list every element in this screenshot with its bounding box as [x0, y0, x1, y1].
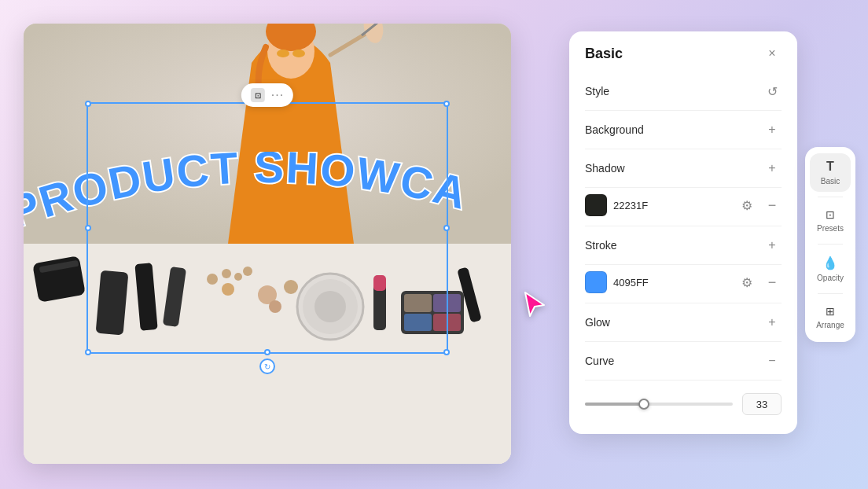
style-reset-button[interactable]: ↺ — [763, 82, 782, 101]
shadow-row: Shadow + — [585, 149, 782, 188]
sidebar-tool-basic[interactable]: T Basic — [810, 153, 851, 192]
canvas-bottom-cosmetics — [24, 244, 511, 464]
svg-rect-13 — [96, 270, 129, 336]
stroke-color-row: 4095FF ⚙ − — [585, 265, 782, 303]
canvas-background: PRODUCT SHOWCA — [24, 24, 511, 464]
svg-point-20 — [222, 283, 234, 296]
panel-header: Basic × — [569, 31, 797, 72]
svg-rect-10 — [24, 244, 511, 464]
stroke-color-swatch[interactable] — [585, 271, 607, 293]
stroke-row: Stroke + — [585, 226, 782, 265]
style-label: Style — [585, 85, 609, 97]
sidebar-divider-2 — [818, 244, 843, 244]
basic-tool-icon: T — [826, 160, 834, 174]
svg-marker-35 — [525, 292, 544, 316]
cursor-arrow — [519, 289, 550, 324]
glow-row: Glow + — [585, 303, 782, 342]
shadow-color-value: 22231F — [613, 200, 731, 211]
sidebar-tool-presets[interactable]: ⊡ Presets — [810, 202, 851, 239]
svg-point-19 — [243, 267, 252, 276]
shadow-settings-icon[interactable]: ⚙ — [737, 196, 756, 215]
shadow-actions: + — [763, 159, 782, 178]
svg-point-18 — [234, 273, 242, 281]
close-button[interactable]: × — [763, 44, 782, 63]
sidebar-tool-arrange[interactable]: ⊞ Arrange — [810, 299, 851, 336]
panel-body: Style ↺ Background + Shadow + 22231F ⚙ − — [569, 72, 797, 434]
basic-tool-label: Basic — [821, 177, 840, 186]
svg-rect-33 — [433, 314, 461, 331]
presets-tool-label: Presets — [817, 224, 844, 233]
more-options-icon[interactable]: ··· — [271, 88, 284, 102]
svg-point-8 — [292, 50, 305, 57]
curve-label: Curve — [585, 355, 614, 367]
stroke-add-button[interactable]: + — [763, 236, 782, 255]
svg-point-16 — [207, 274, 218, 285]
style-row: Style ↺ — [585, 72, 782, 111]
svg-rect-30 — [404, 294, 432, 312]
glow-add-button[interactable]: + — [763, 313, 782, 332]
shadow-remove-button[interactable]: − — [763, 196, 782, 215]
basic-panel: Basic × Style ↺ Background + Shadow + — [569, 31, 797, 434]
svg-rect-25 — [373, 275, 386, 291]
canvas-top-photo: PRODUCT SHOWCA — [24, 24, 511, 244]
curve-slider-thumb[interactable] — [638, 399, 649, 410]
canvas-area: PRODUCT SHOWCA — [24, 24, 511, 464]
curve-row: Curve − — [585, 342, 782, 381]
shadow-add-button[interactable]: + — [763, 159, 782, 178]
shadow-label: Shadow — [585, 162, 625, 175]
stroke-remove-button[interactable]: − — [763, 273, 782, 292]
element-type-icon: ⊡ — [251, 88, 265, 102]
curved-text-path: PRODUCT SHOWCA — [24, 152, 473, 237]
svg-point-23 — [314, 291, 346, 322]
right-sidebar: T Basic ⊡ Presets 💧 Opacity ⊞ Arrange — [805, 147, 855, 342]
stroke-color-value: 4095FF — [613, 277, 731, 289]
stroke-settings-icon[interactable]: ⚙ — [737, 273, 756, 292]
curved-text-svg: PRODUCT SHOWCA — [24, 152, 511, 244]
sidebar-divider-1 — [818, 197, 843, 197]
opacity-tool-label: Opacity — [817, 274, 844, 282]
element-toolbar: ⊡ ··· — [241, 83, 293, 107]
stroke-actions: + — [763, 236, 782, 255]
glow-label: Glow — [585, 316, 610, 329]
style-actions: ↺ — [763, 82, 782, 101]
curve-value-display[interactable]: 33 — [742, 393, 782, 415]
background-add-button[interactable]: + — [763, 120, 782, 139]
glow-actions: + — [763, 313, 782, 332]
curve-slider-row: 33 — [585, 393, 782, 415]
svg-rect-32 — [404, 314, 432, 331]
curve-actions: − — [763, 351, 782, 370]
svg-point-27 — [284, 280, 298, 294]
sidebar-divider-3 — [818, 293, 843, 294]
svg-point-7 — [277, 50, 289, 57]
opacity-tool-icon: 💧 — [822, 256, 838, 270]
curve-slider-fill — [585, 403, 644, 406]
curve-remove-button[interactable]: − — [763, 351, 782, 370]
background-row: Background + — [585, 111, 782, 149]
shadow-color-row: 22231F ⚙ − — [585, 188, 782, 226]
arrange-tool-icon: ⊞ — [826, 305, 835, 318]
background-actions: + — [763, 120, 782, 139]
svg-rect-31 — [433, 294, 461, 312]
svg-point-17 — [222, 269, 231, 278]
background-label: Background — [585, 123, 644, 136]
svg-point-28 — [269, 300, 281, 313]
svg-text:PRODUCT SHOWCA: PRODUCT SHOWCA — [24, 152, 473, 237]
curve-slider-track[interactable] — [585, 403, 733, 406]
arrange-tool-label: Arrange — [816, 321, 844, 329]
shadow-color-swatch[interactable] — [585, 194, 607, 216]
panel-title: Basic — [585, 46, 623, 62]
stroke-label: Stroke — [585, 239, 616, 252]
sidebar-tool-opacity[interactable]: 💧 Opacity — [810, 249, 851, 289]
curve-slider-area: 33 — [585, 381, 782, 418]
presets-tool-icon: ⊡ — [826, 208, 835, 221]
